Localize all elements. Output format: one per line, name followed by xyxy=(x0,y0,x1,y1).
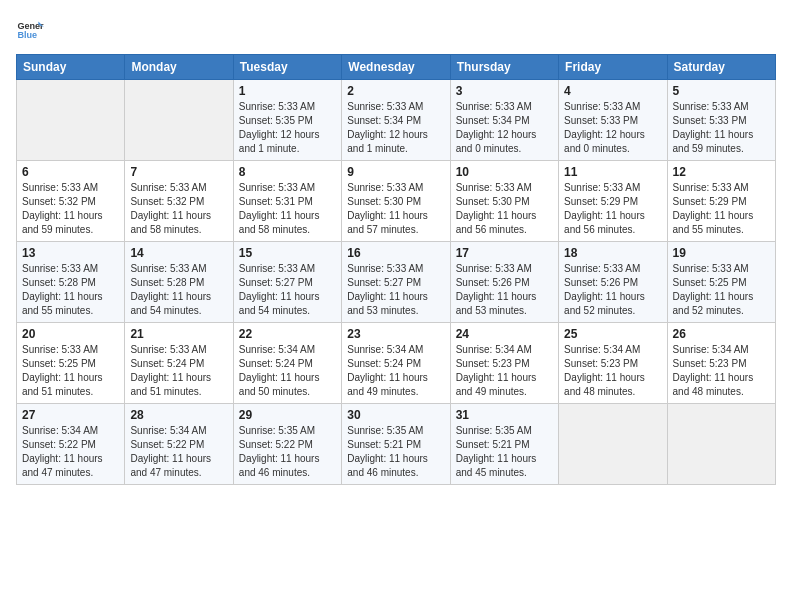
day-info: Sunrise: 5:35 AMSunset: 5:21 PMDaylight:… xyxy=(347,424,444,480)
calendar-table: SundayMondayTuesdayWednesdayThursdayFrid… xyxy=(16,54,776,485)
day-info: Sunrise: 5:33 AMSunset: 5:27 PMDaylight:… xyxy=(239,262,336,318)
calendar-cell: 5Sunrise: 5:33 AMSunset: 5:33 PMDaylight… xyxy=(667,80,775,161)
weekday-header-cell: Wednesday xyxy=(342,55,450,80)
calendar-week-row: 27Sunrise: 5:34 AMSunset: 5:22 PMDayligh… xyxy=(17,404,776,485)
calendar-cell: 19Sunrise: 5:33 AMSunset: 5:25 PMDayligh… xyxy=(667,242,775,323)
day-number: 29 xyxy=(239,408,336,422)
calendar-cell: 26Sunrise: 5:34 AMSunset: 5:23 PMDayligh… xyxy=(667,323,775,404)
day-number: 26 xyxy=(673,327,770,341)
calendar-week-row: 6Sunrise: 5:33 AMSunset: 5:32 PMDaylight… xyxy=(17,161,776,242)
day-info: Sunrise: 5:33 AMSunset: 5:28 PMDaylight:… xyxy=(130,262,227,318)
day-number: 8 xyxy=(239,165,336,179)
calendar-cell: 21Sunrise: 5:33 AMSunset: 5:24 PMDayligh… xyxy=(125,323,233,404)
day-info: Sunrise: 5:34 AMSunset: 5:22 PMDaylight:… xyxy=(130,424,227,480)
day-number: 1 xyxy=(239,84,336,98)
day-number: 20 xyxy=(22,327,119,341)
weekday-header-cell: Sunday xyxy=(17,55,125,80)
day-info: Sunrise: 5:33 AMSunset: 5:26 PMDaylight:… xyxy=(456,262,553,318)
calendar-cell: 25Sunrise: 5:34 AMSunset: 5:23 PMDayligh… xyxy=(559,323,667,404)
day-info: Sunrise: 5:33 AMSunset: 5:25 PMDaylight:… xyxy=(673,262,770,318)
day-number: 19 xyxy=(673,246,770,260)
calendar-cell: 2Sunrise: 5:33 AMSunset: 5:34 PMDaylight… xyxy=(342,80,450,161)
day-info: Sunrise: 5:33 AMSunset: 5:26 PMDaylight:… xyxy=(564,262,661,318)
day-info: Sunrise: 5:33 AMSunset: 5:34 PMDaylight:… xyxy=(347,100,444,156)
day-number: 23 xyxy=(347,327,444,341)
day-info: Sunrise: 5:33 AMSunset: 5:25 PMDaylight:… xyxy=(22,343,119,399)
calendar-cell: 30Sunrise: 5:35 AMSunset: 5:21 PMDayligh… xyxy=(342,404,450,485)
weekday-header-cell: Saturday xyxy=(667,55,775,80)
day-number: 24 xyxy=(456,327,553,341)
day-number: 14 xyxy=(130,246,227,260)
day-number: 13 xyxy=(22,246,119,260)
calendar-cell: 22Sunrise: 5:34 AMSunset: 5:24 PMDayligh… xyxy=(233,323,341,404)
calendar-week-row: 1Sunrise: 5:33 AMSunset: 5:35 PMDaylight… xyxy=(17,80,776,161)
calendar-cell: 14Sunrise: 5:33 AMSunset: 5:28 PMDayligh… xyxy=(125,242,233,323)
calendar-cell: 23Sunrise: 5:34 AMSunset: 5:24 PMDayligh… xyxy=(342,323,450,404)
day-number: 11 xyxy=(564,165,661,179)
logo-icon: General Blue xyxy=(16,16,44,44)
day-number: 10 xyxy=(456,165,553,179)
day-info: Sunrise: 5:33 AMSunset: 5:29 PMDaylight:… xyxy=(564,181,661,237)
calendar-cell: 17Sunrise: 5:33 AMSunset: 5:26 PMDayligh… xyxy=(450,242,558,323)
calendar-cell: 1Sunrise: 5:33 AMSunset: 5:35 PMDaylight… xyxy=(233,80,341,161)
day-number: 28 xyxy=(130,408,227,422)
calendar-cell: 29Sunrise: 5:35 AMSunset: 5:22 PMDayligh… xyxy=(233,404,341,485)
day-number: 3 xyxy=(456,84,553,98)
calendar-week-row: 20Sunrise: 5:33 AMSunset: 5:25 PMDayligh… xyxy=(17,323,776,404)
day-info: Sunrise: 5:34 AMSunset: 5:23 PMDaylight:… xyxy=(456,343,553,399)
weekday-header-cell: Tuesday xyxy=(233,55,341,80)
calendar-cell: 31Sunrise: 5:35 AMSunset: 5:21 PMDayligh… xyxy=(450,404,558,485)
page-header: General Blue xyxy=(16,16,776,44)
day-info: Sunrise: 5:33 AMSunset: 5:33 PMDaylight:… xyxy=(673,100,770,156)
calendar-cell: 20Sunrise: 5:33 AMSunset: 5:25 PMDayligh… xyxy=(17,323,125,404)
day-info: Sunrise: 5:33 AMSunset: 5:34 PMDaylight:… xyxy=(456,100,553,156)
calendar-week-row: 13Sunrise: 5:33 AMSunset: 5:28 PMDayligh… xyxy=(17,242,776,323)
day-info: Sunrise: 5:33 AMSunset: 5:28 PMDaylight:… xyxy=(22,262,119,318)
day-number: 4 xyxy=(564,84,661,98)
svg-text:General: General xyxy=(17,21,44,31)
day-info: Sunrise: 5:34 AMSunset: 5:23 PMDaylight:… xyxy=(673,343,770,399)
day-number: 5 xyxy=(673,84,770,98)
calendar-cell: 15Sunrise: 5:33 AMSunset: 5:27 PMDayligh… xyxy=(233,242,341,323)
calendar-cell xyxy=(667,404,775,485)
day-number: 16 xyxy=(347,246,444,260)
calendar-body: 1Sunrise: 5:33 AMSunset: 5:35 PMDaylight… xyxy=(17,80,776,485)
calendar-cell: 10Sunrise: 5:33 AMSunset: 5:30 PMDayligh… xyxy=(450,161,558,242)
svg-text:Blue: Blue xyxy=(17,30,37,40)
calendar-cell: 3Sunrise: 5:33 AMSunset: 5:34 PMDaylight… xyxy=(450,80,558,161)
calendar-cell: 7Sunrise: 5:33 AMSunset: 5:32 PMDaylight… xyxy=(125,161,233,242)
day-info: Sunrise: 5:33 AMSunset: 5:24 PMDaylight:… xyxy=(130,343,227,399)
day-info: Sunrise: 5:34 AMSunset: 5:22 PMDaylight:… xyxy=(22,424,119,480)
day-number: 18 xyxy=(564,246,661,260)
day-number: 25 xyxy=(564,327,661,341)
day-number: 31 xyxy=(456,408,553,422)
calendar-cell xyxy=(125,80,233,161)
day-info: Sunrise: 5:33 AMSunset: 5:32 PMDaylight:… xyxy=(130,181,227,237)
calendar-cell: 12Sunrise: 5:33 AMSunset: 5:29 PMDayligh… xyxy=(667,161,775,242)
calendar-cell: 27Sunrise: 5:34 AMSunset: 5:22 PMDayligh… xyxy=(17,404,125,485)
weekday-header-cell: Thursday xyxy=(450,55,558,80)
logo: General Blue xyxy=(16,16,44,44)
calendar-cell xyxy=(17,80,125,161)
calendar-cell: 28Sunrise: 5:34 AMSunset: 5:22 PMDayligh… xyxy=(125,404,233,485)
calendar-cell: 24Sunrise: 5:34 AMSunset: 5:23 PMDayligh… xyxy=(450,323,558,404)
day-info: Sunrise: 5:34 AMSunset: 5:24 PMDaylight:… xyxy=(239,343,336,399)
day-number: 21 xyxy=(130,327,227,341)
calendar-cell: 6Sunrise: 5:33 AMSunset: 5:32 PMDaylight… xyxy=(17,161,125,242)
day-info: Sunrise: 5:33 AMSunset: 5:31 PMDaylight:… xyxy=(239,181,336,237)
day-info: Sunrise: 5:33 AMSunset: 5:27 PMDaylight:… xyxy=(347,262,444,318)
day-info: Sunrise: 5:33 AMSunset: 5:33 PMDaylight:… xyxy=(564,100,661,156)
day-number: 22 xyxy=(239,327,336,341)
day-info: Sunrise: 5:34 AMSunset: 5:23 PMDaylight:… xyxy=(564,343,661,399)
calendar-cell: 8Sunrise: 5:33 AMSunset: 5:31 PMDaylight… xyxy=(233,161,341,242)
day-info: Sunrise: 5:35 AMSunset: 5:21 PMDaylight:… xyxy=(456,424,553,480)
day-info: Sunrise: 5:35 AMSunset: 5:22 PMDaylight:… xyxy=(239,424,336,480)
calendar-cell: 9Sunrise: 5:33 AMSunset: 5:30 PMDaylight… xyxy=(342,161,450,242)
day-number: 30 xyxy=(347,408,444,422)
calendar-cell: 18Sunrise: 5:33 AMSunset: 5:26 PMDayligh… xyxy=(559,242,667,323)
day-info: Sunrise: 5:33 AMSunset: 5:30 PMDaylight:… xyxy=(456,181,553,237)
day-number: 27 xyxy=(22,408,119,422)
day-number: 12 xyxy=(673,165,770,179)
day-info: Sunrise: 5:33 AMSunset: 5:35 PMDaylight:… xyxy=(239,100,336,156)
day-number: 2 xyxy=(347,84,444,98)
